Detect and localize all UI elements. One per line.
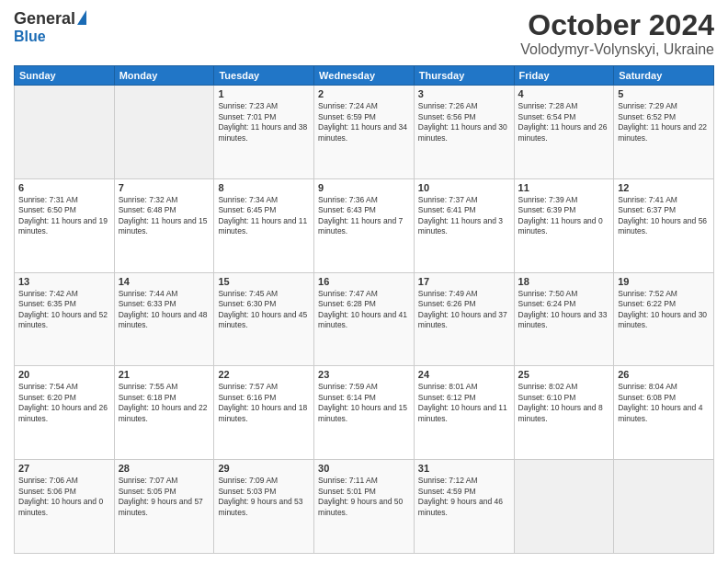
day-info: Sunrise: 7:41 AM Sunset: 6:37 PM Dayligh… [618, 195, 710, 237]
title-section: October 2024 Volodymyr-Volynskyi, Ukrain… [520, 9, 714, 58]
calendar-cell: 15Sunrise: 7:45 AM Sunset: 6:30 PM Dayli… [214, 272, 314, 366]
calendar-body: 1Sunrise: 7:23 AM Sunset: 7:01 PM Daylig… [15, 86, 714, 554]
day-number: 30 [318, 463, 410, 474]
weekday-header-saturday: Saturday [614, 66, 714, 86]
logo-triangle-icon [77, 10, 86, 25]
logo: General Blue [14, 9, 86, 45]
day-info: Sunrise: 7:11 AM Sunset: 5:01 PM Dayligh… [318, 476, 410, 518]
day-info: Sunrise: 7:34 AM Sunset: 6:45 PM Dayligh… [218, 195, 310, 237]
day-info: Sunrise: 7:32 AM Sunset: 6:48 PM Dayligh… [119, 195, 210, 237]
day-number: 19 [618, 276, 710, 287]
calendar-cell: 26Sunrise: 8:04 AM Sunset: 6:08 PM Dayli… [614, 366, 714, 460]
day-info: Sunrise: 7:06 AM Sunset: 5:06 PM Dayligh… [18, 476, 110, 518]
calendar-cell: 13Sunrise: 7:42 AM Sunset: 6:35 PM Dayli… [15, 272, 115, 366]
day-number: 22 [218, 369, 310, 380]
day-number: 7 [119, 182, 210, 193]
day-number: 2 [318, 88, 410, 99]
calendar-header: SundayMondayTuesdayWednesdayThursdayFrid… [15, 66, 714, 86]
day-number: 9 [318, 182, 410, 193]
calendar-cell [514, 460, 614, 554]
calendar-cell: 10Sunrise: 7:37 AM Sunset: 6:41 PM Dayli… [414, 178, 514, 272]
day-info: Sunrise: 7:52 AM Sunset: 6:22 PM Dayligh… [618, 289, 710, 331]
calendar-cell: 23Sunrise: 7:59 AM Sunset: 6:14 PM Dayli… [314, 366, 415, 460]
month-title: October 2024 [520, 9, 714, 41]
day-number: 26 [618, 369, 710, 380]
calendar-cell: 4Sunrise: 7:28 AM Sunset: 6:54 PM Daylig… [514, 86, 614, 179]
day-number: 13 [18, 276, 110, 287]
day-info: Sunrise: 8:01 AM Sunset: 6:12 PM Dayligh… [418, 382, 510, 424]
day-info: Sunrise: 7:26 AM Sunset: 6:56 PM Dayligh… [418, 101, 510, 144]
day-info: Sunrise: 7:36 AM Sunset: 6:43 PM Dayligh… [318, 195, 410, 237]
calendar-cell: 16Sunrise: 7:47 AM Sunset: 6:28 PM Dayli… [314, 272, 415, 366]
calendar-cell: 20Sunrise: 7:54 AM Sunset: 6:20 PM Dayli… [15, 366, 115, 460]
day-number: 8 [218, 182, 310, 193]
day-number: 6 [18, 182, 110, 193]
day-number: 10 [418, 182, 510, 193]
calendar-week-row: 20Sunrise: 7:54 AM Sunset: 6:20 PM Dayli… [15, 366, 714, 460]
calendar-cell: 18Sunrise: 7:50 AM Sunset: 6:24 PM Dayli… [514, 272, 614, 366]
day-number: 25 [518, 369, 610, 380]
day-number: 18 [518, 276, 610, 287]
day-info: Sunrise: 7:55 AM Sunset: 6:18 PM Dayligh… [119, 382, 210, 424]
day-number: 3 [418, 88, 510, 99]
calendar-cell: 30Sunrise: 7:11 AM Sunset: 5:01 PM Dayli… [314, 460, 415, 554]
day-info: Sunrise: 7:39 AM Sunset: 6:39 PM Dayligh… [518, 195, 610, 237]
day-info: Sunrise: 7:37 AM Sunset: 6:41 PM Dayligh… [418, 195, 510, 237]
day-info: Sunrise: 8:04 AM Sunset: 6:08 PM Dayligh… [618, 382, 710, 424]
day-number: 24 [418, 369, 510, 380]
calendar-cell: 8Sunrise: 7:34 AM Sunset: 6:45 PM Daylig… [214, 178, 314, 272]
day-number: 11 [518, 182, 610, 193]
day-info: Sunrise: 7:50 AM Sunset: 6:24 PM Dayligh… [518, 289, 610, 331]
calendar-week-row: 13Sunrise: 7:42 AM Sunset: 6:35 PM Dayli… [15, 272, 714, 366]
calendar-cell: 17Sunrise: 7:49 AM Sunset: 6:26 PM Dayli… [414, 272, 514, 366]
calendar-cell: 7Sunrise: 7:32 AM Sunset: 6:48 PM Daylig… [114, 178, 214, 272]
calendar-cell [15, 86, 115, 179]
calendar-cell: 24Sunrise: 8:01 AM Sunset: 6:12 PM Dayli… [414, 366, 514, 460]
weekday-header-monday: Monday [114, 66, 214, 86]
weekday-header-tuesday: Tuesday [214, 66, 314, 86]
weekday-header-sunday: Sunday [15, 66, 115, 86]
day-info: Sunrise: 7:28 AM Sunset: 6:54 PM Dayligh… [518, 101, 610, 144]
calendar-cell: 29Sunrise: 7:09 AM Sunset: 5:03 PM Dayli… [214, 460, 314, 554]
day-info: Sunrise: 7:47 AM Sunset: 6:28 PM Dayligh… [318, 289, 410, 331]
calendar-cell: 6Sunrise: 7:31 AM Sunset: 6:50 PM Daylig… [15, 178, 115, 272]
logo-blue: Blue [14, 29, 46, 45]
day-info: Sunrise: 8:02 AM Sunset: 6:10 PM Dayligh… [518, 382, 610, 424]
calendar-cell: 9Sunrise: 7:36 AM Sunset: 6:43 PM Daylig… [314, 178, 415, 272]
calendar-table: SundayMondayTuesdayWednesdayThursdayFrid… [14, 65, 714, 554]
calendar-cell [614, 460, 714, 554]
day-info: Sunrise: 7:31 AM Sunset: 6:50 PM Dayligh… [18, 195, 110, 237]
calendar-week-row: 27Sunrise: 7:06 AM Sunset: 5:06 PM Dayli… [15, 460, 714, 554]
day-number: 28 [119, 463, 210, 474]
day-info: Sunrise: 7:59 AM Sunset: 6:14 PM Dayligh… [318, 382, 410, 424]
day-number: 16 [318, 276, 410, 287]
day-info: Sunrise: 7:23 AM Sunset: 7:01 PM Dayligh… [218, 101, 310, 144]
day-number: 21 [119, 369, 210, 380]
day-info: Sunrise: 7:54 AM Sunset: 6:20 PM Dayligh… [18, 382, 110, 424]
day-info: Sunrise: 7:09 AM Sunset: 5:03 PM Dayligh… [218, 476, 310, 518]
weekday-header-thursday: Thursday [414, 66, 514, 86]
weekday-header-row: SundayMondayTuesdayWednesdayThursdayFrid… [15, 66, 714, 86]
day-info: Sunrise: 7:07 AM Sunset: 5:05 PM Dayligh… [119, 476, 210, 518]
weekday-header-wednesday: Wednesday [314, 66, 415, 86]
day-info: Sunrise: 7:45 AM Sunset: 6:30 PM Dayligh… [218, 289, 310, 331]
day-info: Sunrise: 7:29 AM Sunset: 6:52 PM Dayligh… [618, 101, 710, 144]
calendar-cell: 28Sunrise: 7:07 AM Sunset: 5:05 PM Dayli… [114, 460, 214, 554]
calendar-cell: 3Sunrise: 7:26 AM Sunset: 6:56 PM Daylig… [414, 86, 514, 179]
calendar-cell: 21Sunrise: 7:55 AM Sunset: 6:18 PM Dayli… [114, 366, 214, 460]
day-info: Sunrise: 7:12 AM Sunset: 4:59 PM Dayligh… [418, 476, 510, 518]
day-number: 31 [418, 463, 510, 474]
day-number: 15 [218, 276, 310, 287]
day-info: Sunrise: 7:42 AM Sunset: 6:35 PM Dayligh… [18, 289, 110, 331]
day-number: 4 [518, 88, 610, 99]
calendar-week-row: 1Sunrise: 7:23 AM Sunset: 7:01 PM Daylig… [15, 86, 714, 179]
day-number: 20 [18, 369, 110, 380]
day-number: 27 [18, 463, 110, 474]
day-number: 17 [418, 276, 510, 287]
day-number: 5 [618, 88, 710, 99]
calendar-cell: 22Sunrise: 7:57 AM Sunset: 6:16 PM Dayli… [214, 366, 314, 460]
weekday-header-friday: Friday [514, 66, 614, 86]
calendar-cell: 1Sunrise: 7:23 AM Sunset: 7:01 PM Daylig… [214, 86, 314, 179]
calendar-cell: 31Sunrise: 7:12 AM Sunset: 4:59 PM Dayli… [414, 460, 514, 554]
day-info: Sunrise: 7:57 AM Sunset: 6:16 PM Dayligh… [218, 382, 310, 424]
